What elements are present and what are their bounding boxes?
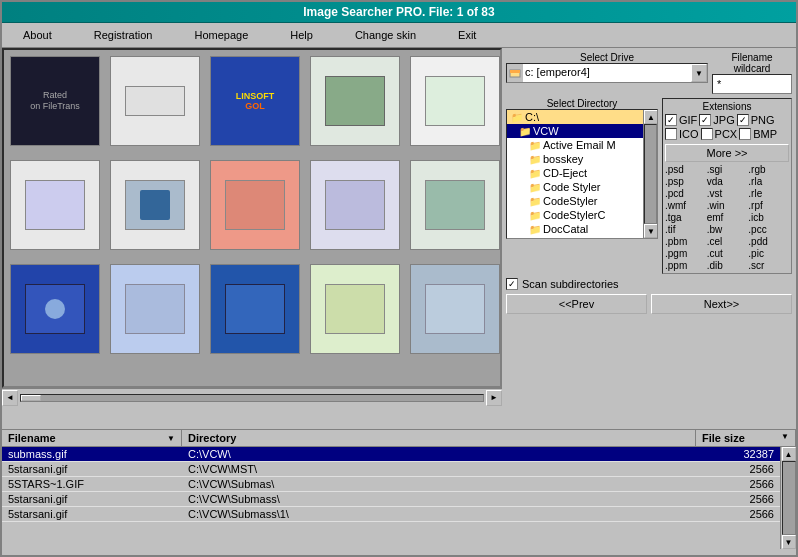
dir-item[interactable]: 📁 bosskey bbox=[507, 152, 643, 166]
ico-checkbox[interactable] bbox=[665, 128, 677, 140]
menu-change-skin[interactable]: Change skin bbox=[334, 25, 437, 45]
thumbnail[interactable] bbox=[110, 264, 200, 354]
folder-icon: 📁 bbox=[529, 168, 541, 179]
thumbnail[interactable] bbox=[110, 56, 200, 146]
right-panel: Select Drive c: [emperor4] ▼ Filename wi… bbox=[502, 48, 796, 429]
dir-item[interactable]: 📁 CodeStyler bbox=[507, 194, 643, 208]
more-extensions: .psd.sgi.rgb .pspvda.rla .pcd.vst.rle .w… bbox=[665, 164, 789, 271]
file-row[interactable]: 5starsani.gif C:\VCW\Submass\1\ 2566 bbox=[2, 507, 780, 522]
pcx-checkbox[interactable] bbox=[701, 128, 713, 140]
file-scroll-down[interactable]: ▼ bbox=[782, 535, 796, 549]
title-bar: Image Searcher PRO. File: 1 of 83 bbox=[2, 2, 796, 23]
menu-exit[interactable]: Exit bbox=[437, 25, 497, 45]
ico-label: ICO bbox=[679, 128, 699, 140]
dir-item[interactable]: 📁 ST bbox=[507, 236, 643, 238]
directory-column-header[interactable]: Directory bbox=[182, 430, 696, 446]
folder-icon: 📁 bbox=[529, 210, 541, 221]
thumbnail[interactable] bbox=[310, 160, 400, 250]
file-scroll-up[interactable]: ▲ bbox=[782, 447, 796, 461]
thumbnail[interactable]: LINSOFT GOL bbox=[210, 56, 300, 146]
pcx-label: PCX bbox=[715, 128, 738, 140]
more-button[interactable]: More >> bbox=[665, 144, 789, 162]
file-row[interactable]: 5STARS~1.GIF C:\VCW\Submas\ 2566 bbox=[2, 477, 780, 492]
next-button[interactable]: Next>> bbox=[651, 294, 792, 314]
image-scrollbar[interactable]: ◄ ► bbox=[2, 388, 502, 406]
png-checkbox[interactable]: ✓ bbox=[737, 114, 749, 126]
gif-label: GIF bbox=[679, 114, 697, 126]
thumbnail[interactable]: Ratedon FileTrans bbox=[10, 56, 100, 146]
select-drive-label: Select Drive bbox=[506, 52, 708, 63]
thumbnail[interactable] bbox=[410, 56, 500, 146]
dir-item[interactable]: 📁 Active Email M bbox=[507, 138, 643, 152]
drive-value: c: [emperor4] bbox=[523, 64, 691, 82]
menu-bar: About Registration Homepage Help Change … bbox=[2, 23, 796, 48]
file-size: 2566 bbox=[680, 492, 780, 506]
app-title: Image Searcher PRO. File: 1 of 83 bbox=[303, 5, 494, 19]
thumbnail[interactable] bbox=[310, 264, 400, 354]
thumbnail[interactable] bbox=[10, 264, 100, 354]
drive-dropdown[interactable]: ▼ bbox=[691, 64, 707, 82]
filename-column-header[interactable]: Filename ▼ bbox=[2, 430, 182, 446]
menu-homepage[interactable]: Homepage bbox=[173, 25, 269, 45]
gif-checkbox[interactable]: ✓ bbox=[665, 114, 677, 126]
file-scroll-track[interactable] bbox=[782, 461, 796, 535]
file-rows-wrap: submass.gif C:\VCW\ 32387 5starsani.gif … bbox=[2, 447, 796, 549]
dir-scroll-down[interactable]: ▼ bbox=[644, 224, 658, 238]
scroll-left-btn[interactable]: ◄ bbox=[2, 390, 18, 406]
dir-scroll-track[interactable] bbox=[644, 124, 657, 224]
dir-item[interactable]: 📁 DocCatal bbox=[507, 222, 643, 236]
wildcard-input[interactable] bbox=[712, 74, 792, 94]
extensions-panel: Extensions ✓ GIF ✓ JPG ✓ PNG ICO bbox=[662, 98, 792, 274]
file-list-scrollbar[interactable]: ▲ ▼ bbox=[780, 447, 796, 549]
jpg-checkbox[interactable]: ✓ bbox=[699, 114, 711, 126]
file-row[interactable]: 5starsani.gif C:\VCW\Submass\ 2566 bbox=[2, 492, 780, 507]
bmp-checkbox[interactable] bbox=[739, 128, 751, 140]
dir-item[interactable]: 📁 C:\ bbox=[507, 110, 643, 124]
file-size: 32387 bbox=[680, 447, 780, 461]
scroll-track[interactable] bbox=[20, 394, 484, 402]
top-content: Ratedon FileTrans LINSOFT GOL bbox=[2, 48, 796, 429]
file-filename: 5starsani.gif bbox=[2, 462, 182, 476]
file-filename: submass.gif bbox=[2, 447, 182, 461]
image-area: Ratedon FileTrans LINSOFT GOL bbox=[2, 48, 502, 388]
directory-tree: 📁 C:\ 📁 VCW 📁 Active Email M bbox=[507, 110, 643, 238]
file-row[interactable]: submass.gif C:\VCW\ 32387 bbox=[2, 447, 780, 462]
svg-rect-1 bbox=[510, 70, 520, 73]
thumbnail[interactable] bbox=[410, 264, 500, 354]
scroll-thumb[interactable] bbox=[21, 395, 41, 401]
file-row[interactable]: 5starsani.gif C:\VCW\MST\ 2566 bbox=[2, 462, 780, 477]
prev-button[interactable]: <<Prev bbox=[506, 294, 647, 314]
dir-extensions-row: Select Directory 📁 C:\ 📁 VCW bbox=[506, 98, 792, 274]
thumbnail[interactable] bbox=[310, 56, 400, 146]
thumbnail[interactable] bbox=[110, 160, 200, 250]
file-filename: 5starsani.gif bbox=[2, 507, 182, 521]
dir-scroll-up[interactable]: ▲ bbox=[644, 110, 658, 124]
menu-help[interactable]: Help bbox=[269, 25, 334, 45]
file-directory: C:\VCW\Submass\1\ bbox=[182, 507, 680, 521]
filesize-column-header[interactable]: File size ▼ bbox=[696, 430, 796, 446]
dir-item[interactable]: 📁 CodeStylerC bbox=[507, 208, 643, 222]
file-size: 2566 bbox=[680, 477, 780, 491]
thumbnail[interactable] bbox=[10, 160, 100, 250]
scan-subdirectories-checkbox[interactable]: ✓ bbox=[506, 278, 518, 290]
file-list-header: Filename ▼ Directory File size ▼ bbox=[2, 430, 796, 447]
menu-registration[interactable]: Registration bbox=[73, 25, 174, 45]
folder-icon: 📁 bbox=[519, 126, 531, 137]
drive-icon bbox=[507, 64, 523, 82]
jpg-label: JPG bbox=[713, 114, 734, 126]
thumbnail[interactable] bbox=[210, 160, 300, 250]
scroll-right-btn[interactable]: ► bbox=[486, 390, 502, 406]
file-size: 2566 bbox=[680, 462, 780, 476]
select-directory-label: Select Directory bbox=[506, 98, 658, 109]
dir-item[interactable]: 📁 Code Styler bbox=[507, 180, 643, 194]
folder-icon: 📁 bbox=[529, 238, 541, 239]
thumbnail[interactable] bbox=[410, 160, 500, 250]
thumbnail[interactable] bbox=[210, 264, 300, 354]
bmp-label: BMP bbox=[753, 128, 777, 140]
menu-about[interactable]: About bbox=[2, 25, 73, 45]
dir-item[interactable]: 📁 CD-Eject bbox=[507, 166, 643, 180]
bottom-area: Filename ▼ Directory File size ▼ submass… bbox=[2, 429, 796, 549]
dir-item[interactable]: 📁 VCW bbox=[507, 124, 643, 138]
file-rows: submass.gif C:\VCW\ 32387 5starsani.gif … bbox=[2, 447, 780, 549]
file-directory: C:\VCW\Submass\ bbox=[182, 492, 680, 506]
